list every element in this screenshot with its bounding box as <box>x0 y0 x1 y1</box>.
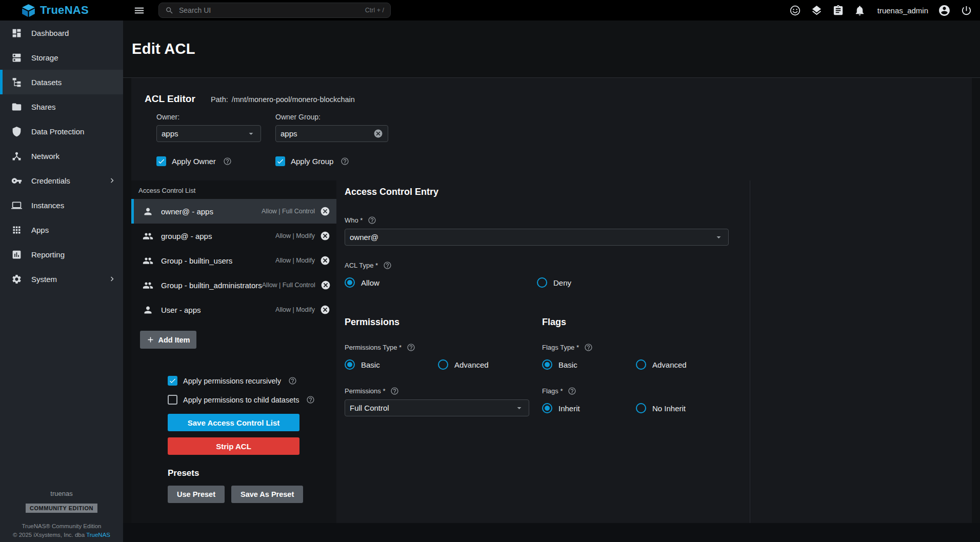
global-search[interactable]: Ctrl + / <box>158 3 391 18</box>
entry-name: owner@ - apps <box>161 207 213 216</box>
radio-flags-advanced[interactable]: Advanced <box>636 359 687 370</box>
entry-name: Group - builtin_administrators <box>161 281 262 290</box>
copyright-brand-link[interactable]: TrueNAS <box>86 532 110 538</box>
owner-group-input[interactable] <box>281 129 370 138</box>
alerts-button[interactable] <box>854 5 866 16</box>
copyright-prefix: © 2025 iXsystems, Inc. dba <box>13 532 86 538</box>
power-menu-button[interactable] <box>961 5 972 16</box>
radio-basic-label: Basic <box>361 360 380 369</box>
feedback-button[interactable] <box>789 5 801 16</box>
page-footer <box>123 523 980 542</box>
radio-permissions-basic[interactable]: Basic <box>345 359 438 370</box>
owner-select[interactable]: apps <box>156 125 261 142</box>
add-item-label: Add Item <box>158 336 190 344</box>
apply-owner-checkbox[interactable]: Apply Owner <box>156 156 275 166</box>
radio-advanced-label: Advanced <box>652 360 687 369</box>
permissions-select[interactable]: Full Control <box>345 399 529 416</box>
sidebar-item-apps[interactable]: Apps <box>0 217 123 242</box>
smiley-icon <box>789 5 801 16</box>
save-acl-button[interactable]: Save Access Control List <box>168 414 299 431</box>
acl-editor-card: ACL Editor Path: /mnt/monero-pool/monero… <box>131 78 972 523</box>
add-item-button[interactable]: Add Item <box>140 331 196 349</box>
sidebar-item-credentials[interactable]: Credentials <box>0 168 123 193</box>
help-icon[interactable] <box>390 387 399 395</box>
acl-entry-builtin-users[interactable]: Group - builtin_users Allow | Modify <box>131 248 336 273</box>
acl-type-label: ACL Type * <box>345 262 378 269</box>
help-icon[interactable] <box>341 157 349 166</box>
radio-deny[interactable]: Deny <box>537 277 571 288</box>
help-icon[interactable] <box>383 261 392 270</box>
help-icon[interactable] <box>568 387 576 395</box>
caret-down-icon <box>714 232 724 242</box>
sidebar-item-datasets[interactable]: Datasets <box>0 70 123 94</box>
sidebar-item-label: Apps <box>31 226 49 234</box>
acl-entry-group[interactable]: group@ - apps Allow | Modify <box>131 224 336 248</box>
remove-entry-button[interactable] <box>320 206 330 216</box>
acl-entry-builtin-administrators[interactable]: Group - builtin_administrators Allow | F… <box>131 273 336 297</box>
entry-name: Group - builtin_users <box>161 256 232 265</box>
strip-acl-button[interactable]: Strip ACL <box>168 437 299 455</box>
clear-input-icon[interactable] <box>373 129 383 138</box>
apply-recursively-checkbox[interactable]: Apply permissions recursively <box>168 376 336 386</box>
acl-entry-owner[interactable]: owner@ - apps Allow | Full Control <box>131 199 336 224</box>
layers-icon <box>811 5 823 16</box>
checkbox-unchecked-icon <box>168 395 177 405</box>
remove-entry-button[interactable] <box>321 280 331 290</box>
acl-type-label-row: ACL Type * <box>345 261 750 270</box>
truenas-logo[interactable]: TrueNAS <box>0 4 123 17</box>
sidebar-item-data-protection[interactable]: Data Protection <box>0 119 123 144</box>
radio-allow[interactable]: Allow <box>345 277 537 288</box>
permissions-type-label-row: Permissions Type * <box>345 343 542 352</box>
permissions-label-row: Permissions * <box>345 387 542 395</box>
sidebar-item-instances[interactable]: Instances <box>0 193 123 217</box>
radio-icon <box>636 359 646 370</box>
help-icon[interactable] <box>306 395 315 404</box>
help-icon[interactable] <box>288 376 297 385</box>
help-icon[interactable] <box>368 216 376 225</box>
remove-entry-button[interactable] <box>320 231 330 241</box>
radio-flags-basic[interactable]: Basic <box>542 359 636 370</box>
user-menu-button[interactable] <box>938 4 951 17</box>
apply-to-child-datasets-checkbox[interactable]: Apply permissions to child datasets <box>168 395 336 405</box>
apps-grid-icon <box>11 225 22 235</box>
edition-badge: COMMUNITY EDITION <box>26 504 97 513</box>
page-header: Edit ACL <box>123 21 980 78</box>
page-title: Edit ACL <box>132 41 195 57</box>
sidebar-item-label: Credentials <box>31 176 70 185</box>
sidebar-item-label: Network <box>31 152 59 160</box>
sidebar-item-network[interactable]: Network <box>0 144 123 168</box>
cancel-circle-icon <box>320 231 330 241</box>
remove-entry-button[interactable] <box>320 305 330 315</box>
help-icon[interactable] <box>584 343 593 352</box>
sidebar-item-reporting[interactable]: Reporting <box>0 242 123 267</box>
who-label-row: Who * <box>345 216 750 225</box>
sidebar-item-dashboard[interactable]: Dashboard <box>0 21 123 45</box>
help-icon[interactable] <box>407 343 415 352</box>
who-select[interactable]: owner@ <box>345 229 729 246</box>
access-control-list-title: Access Control List <box>131 180 336 199</box>
sidebar-item-shares[interactable]: Shares <box>0 94 123 119</box>
group-icon <box>143 231 153 242</box>
menu-toggle-button[interactable] <box>133 5 145 16</box>
search-input[interactable] <box>179 6 360 14</box>
layers-button[interactable] <box>811 5 823 16</box>
sidebar-item-label: Dashboard <box>31 29 69 37</box>
save-as-preset-button[interactable]: Save As Preset <box>231 486 303 503</box>
presets-title: Presets <box>168 468 336 478</box>
use-preset-button[interactable]: Use Preset <box>168 486 225 503</box>
acl-entry-user-apps[interactable]: User - apps Allow | Modify <box>131 297 336 322</box>
user-icon <box>143 206 153 217</box>
jobs-button[interactable] <box>832 5 844 16</box>
permissions-type-radio-group: Basic Advanced <box>345 359 542 370</box>
remove-entry-button[interactable] <box>320 255 330 266</box>
radio-inherit[interactable]: Inherit <box>542 403 636 413</box>
help-icon[interactable] <box>223 157 232 166</box>
radio-advanced-label: Advanced <box>454 360 489 369</box>
sidebar-item-storage[interactable]: Storage <box>0 45 123 70</box>
radio-deny-label: Deny <box>553 278 571 287</box>
sidebar-item-system[interactable]: System <box>0 267 123 291</box>
radio-no-inherit-label: No Inherit <box>652 404 686 413</box>
radio-permissions-advanced[interactable]: Advanced <box>438 359 489 370</box>
apply-group-checkbox[interactable]: Apply Group <box>275 156 394 166</box>
radio-no-inherit[interactable]: No Inherit <box>636 403 686 413</box>
